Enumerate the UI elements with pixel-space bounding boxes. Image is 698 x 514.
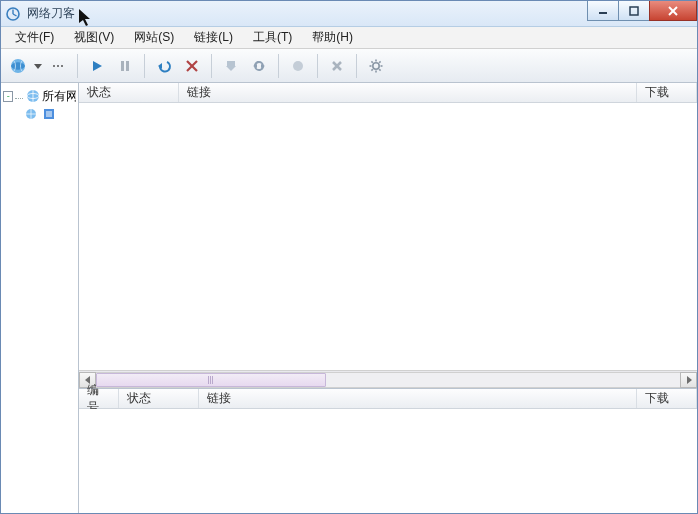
window-controls	[588, 1, 697, 21]
right-pane: 状态 链接 下载 编号 状态 链接 下载	[79, 83, 697, 513]
top-list-body	[79, 103, 697, 370]
cursor-icon	[79, 9, 97, 27]
refresh-button[interactable]	[246, 53, 272, 79]
play-button[interactable]	[84, 53, 110, 79]
globe-dropdown[interactable]	[33, 62, 43, 70]
delete-button[interactable]	[179, 53, 205, 79]
tree-root-label: 所有网	[42, 88, 76, 105]
record-button[interactable]	[285, 53, 311, 79]
undo-button[interactable]	[151, 53, 177, 79]
minimize-button[interactable]	[587, 1, 619, 21]
tree-connector	[15, 93, 23, 99]
globe-small-icon	[23, 106, 39, 122]
doc-icon	[41, 106, 57, 122]
svg-line-32	[379, 69, 380, 70]
toolbar-separator	[356, 54, 357, 78]
bottom-list-body	[79, 409, 697, 513]
col-link[interactable]: 链接	[179, 83, 637, 102]
toolbar-overflow-button[interactable]	[45, 53, 71, 79]
top-list-header: 状态 链接 下载	[79, 83, 697, 103]
close-button[interactable]	[649, 1, 697, 21]
top-list: 状态 链接 下载	[79, 83, 697, 389]
svg-line-2	[13, 14, 17, 16]
svg-marker-9	[34, 64, 42, 69]
bottom-list-header: 编号 状态 链接 下载	[79, 389, 697, 409]
col-no[interactable]: 编号	[79, 389, 119, 408]
tree: - 所有网	[1, 83, 78, 127]
scroll-right-button[interactable]	[680, 372, 697, 388]
svg-line-34	[371, 69, 372, 70]
col-status[interactable]: 状态	[119, 389, 199, 408]
menu-site[interactable]: 网站(S)	[124, 27, 184, 48]
toolbar-separator	[211, 54, 212, 78]
sidebar: - 所有网	[1, 83, 79, 513]
svg-rect-5	[630, 7, 638, 15]
svg-line-33	[379, 61, 380, 62]
settings-button[interactable]	[363, 53, 389, 79]
col-status[interactable]: 状态	[79, 83, 179, 102]
globe-button[interactable]	[5, 53, 31, 79]
workarea: - 所有网 状态 链接 下载	[1, 83, 697, 513]
toolbar-separator	[77, 54, 78, 78]
menu-link[interactable]: 链接(L)	[184, 27, 243, 48]
svg-rect-14	[121, 61, 124, 71]
tree-child-row[interactable]	[3, 105, 76, 123]
top-list-hscrollbar	[79, 370, 697, 388]
download-button[interactable]	[218, 53, 244, 79]
svg-point-23	[293, 61, 303, 71]
cancel-button[interactable]	[324, 53, 350, 79]
menu-view[interactable]: 视图(V)	[64, 27, 124, 48]
scroll-track[interactable]	[96, 372, 680, 388]
col-download[interactable]: 下载	[637, 83, 697, 102]
svg-point-11	[57, 65, 59, 67]
toolbar-separator	[144, 54, 145, 78]
menu-help[interactable]: 帮助(H)	[302, 27, 363, 48]
scroll-thumb[interactable]	[96, 373, 326, 387]
svg-marker-13	[93, 61, 102, 71]
svg-rect-19	[227, 61, 235, 66]
tree-collapse-icon[interactable]: -	[3, 91, 13, 102]
svg-marker-3	[79, 9, 90, 26]
menu-file[interactable]: 文件(F)	[5, 27, 64, 48]
svg-line-31	[371, 61, 372, 62]
tree-root-row[interactable]: - 所有网	[3, 87, 76, 105]
col-download[interactable]: 下载	[637, 389, 697, 408]
app-icon	[5, 6, 21, 22]
toolbar-separator	[278, 54, 279, 78]
menubar: 文件(F) 视图(V) 网站(S) 链接(L) 工具(T) 帮助(H)	[1, 27, 697, 49]
svg-marker-46	[687, 376, 692, 384]
window-title: 网络刀客	[27, 5, 75, 22]
bottom-list: 编号 状态 链接 下载	[79, 389, 697, 513]
svg-point-12	[61, 65, 63, 67]
maximize-button[interactable]	[618, 1, 650, 21]
svg-rect-15	[126, 61, 129, 71]
svg-marker-20	[226, 66, 236, 71]
globe-icon	[25, 88, 40, 104]
svg-point-26	[373, 62, 379, 68]
scroll-grip-icon	[208, 376, 214, 384]
menu-tool[interactable]: 工具(T)	[243, 27, 302, 48]
toolbar	[1, 49, 697, 83]
svg-point-10	[53, 65, 55, 67]
col-link[interactable]: 链接	[199, 389, 637, 408]
titlebar: 网络刀客	[1, 1, 697, 27]
pause-button[interactable]	[112, 53, 138, 79]
toolbar-separator	[317, 54, 318, 78]
